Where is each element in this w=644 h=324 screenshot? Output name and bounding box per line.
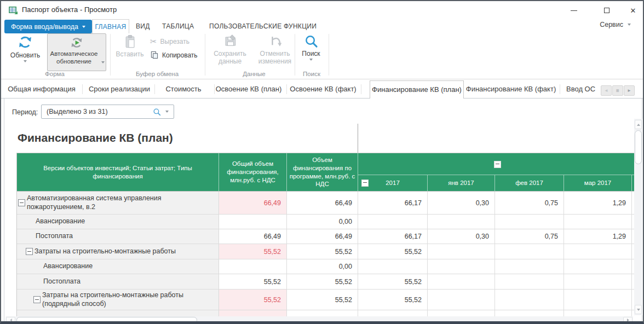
ribbon-tab-home[interactable]: ГЛАВНАЯ — [92, 19, 129, 33]
row-label-cell[interactable]: Постоплата — [17, 229, 219, 244]
data-cell[interactable] — [219, 215, 287, 229]
data-cell[interactable] — [564, 215, 632, 229]
vertical-scrollbar-thumb[interactable] — [635, 130, 642, 164]
data-cell[interactable]: 66,49 — [287, 229, 358, 244]
vertical-scrollbar[interactable] — [634, 119, 642, 315]
data-cell[interactable]: 66,49 — [219, 229, 287, 244]
data-cell[interactable] — [428, 274, 495, 290]
data-cell[interactable] — [287, 310, 358, 316]
scroll-right-button[interactable] — [623, 317, 633, 323]
data-cell[interactable] — [564, 310, 632, 316]
data-cell[interactable]: 55,52 — [219, 244, 287, 259]
collapse-year-icon[interactable] — [361, 180, 369, 187]
row-label-cell[interactable]: Авансирование — [17, 215, 219, 229]
data-cell[interactable] — [358, 259, 428, 274]
data-cell[interactable] — [219, 310, 287, 316]
data-cell[interactable] — [495, 244, 564, 259]
column-header-mar-2017[interactable]: мар 2017 — [564, 175, 632, 192]
column-header-program-volume[interactable]: Объем финансирования по программе, млн.р… — [287, 153, 358, 192]
data-cell[interactable]: 55,52 — [287, 244, 358, 259]
tab-kv-development-plan[interactable]: Освоение КВ (план) — [216, 80, 282, 98]
data-cell[interactable]: 55,52 — [358, 244, 428, 259]
refresh-button[interactable]: Обновить — [8, 34, 43, 62]
column-header-versions[interactable]: Версии объектов инвестиций; Статьи затра… — [17, 153, 219, 192]
row-label-cell[interactable]: Автоматизированная система управления по… — [17, 192, 219, 215]
data-cell[interactable] — [358, 215, 428, 229]
close-button[interactable]: ✕ — [625, 5, 641, 15]
row-label-cell[interactable]: Затраты на строительно-монтажные работы … — [17, 290, 219, 310]
scroll-left-button[interactable] — [6, 317, 15, 323]
column-header-total-volume[interactable]: Общий объем финансирования, млн.руб. с Н… — [219, 153, 287, 192]
ribbon-tab-custom-functions[interactable]: ПОЛЬЗОВАТЕЛЬСКИЕ ФУНКЦИИ — [209, 19, 317, 33]
data-cell[interactable] — [219, 259, 287, 274]
data-cell[interactable]: 55,52 — [287, 290, 358, 310]
search-button[interactable]: Поиск — [298, 34, 324, 61]
row-label-cell[interactable] — [17, 310, 219, 316]
data-cell[interactable]: 0,30 — [428, 229, 495, 244]
maximize-button[interactable] — [599, 5, 614, 15]
data-cell[interactable]: 55,52 — [358, 290, 428, 310]
collapse-row-icon[interactable] — [18, 199, 25, 206]
tab-kv-financing-fact[interactable]: Финансирование КВ (факт) — [466, 80, 556, 98]
data-cell[interactable]: 55,52 — [219, 274, 287, 290]
tab-cost[interactable]: Стоимость — [165, 80, 201, 98]
data-cell[interactable]: 0,75 — [495, 192, 564, 215]
data-cell[interactable] — [495, 215, 564, 229]
period-combobox[interactable]: (Выделено 3 из 31) — [41, 105, 174, 119]
chevron-down-icon[interactable] — [165, 111, 169, 113]
tab-os-input[interactable]: Ввод ОС — [566, 80, 597, 98]
data-cell[interactable] — [564, 244, 632, 259]
data-cell[interactable] — [564, 274, 632, 290]
search-icon[interactable] — [153, 108, 161, 116]
minimize-button[interactable] — [566, 5, 582, 15]
ribbon-tab-table[interactable]: ТАБЛИЦА — [162, 19, 194, 33]
tab-kv-development-fact[interactable]: Освоение КВ (факт) — [290, 80, 356, 98]
data-cell[interactable] — [428, 310, 495, 316]
data-cell[interactable] — [428, 259, 495, 274]
data-cell[interactable] — [564, 290, 632, 310]
row-label-cell[interactable]: Постоплата — [17, 274, 219, 290]
row-label-cell[interactable]: Затраты на строительно-монтажные работы — [17, 244, 219, 259]
column-header-2017[interactable]: 2017 — [358, 175, 428, 192]
tab-implementation-terms[interactable]: Сроки реализации — [89, 80, 150, 98]
horizontal-scrollbar[interactable] — [5, 316, 633, 324]
scroll-up-button[interactable] — [635, 120, 642, 129]
copy-button[interactable]: Копировать — [150, 50, 198, 60]
collapse-row-icon[interactable] — [33, 296, 41, 303]
service-menu[interactable]: Сервис — [600, 21, 631, 28]
tab-scroll-right-button[interactable]: ► — [624, 85, 635, 96]
scroll-down-button[interactable] — [635, 305, 642, 314]
ribbon-tab-view[interactable]: ВИД — [136, 19, 150, 33]
data-cell[interactable] — [495, 259, 564, 274]
column-header-period-group[interactable] — [358, 153, 634, 175]
data-cell[interactable] — [358, 310, 428, 316]
data-cell[interactable]: 66,17 — [358, 229, 428, 244]
column-header-feb-2017[interactable]: фев 2017 — [495, 175, 564, 192]
data-cell[interactable] — [428, 244, 495, 259]
app-menu-button[interactable]: Форма ввода/вывода — [4, 20, 92, 33]
data-cell[interactable] — [495, 274, 564, 290]
data-cell[interactable]: 1,29 — [564, 192, 632, 215]
data-cell[interactable]: 0,00 — [287, 215, 358, 229]
row-label-cell[interactable]: Авансирование — [17, 259, 219, 274]
data-cell[interactable] — [495, 310, 564, 316]
data-cell[interactable]: 66,17 — [358, 192, 428, 215]
data-cell[interactable]: 55,52 — [287, 274, 358, 290]
column-header-jan-2017[interactable]: янв 2017 — [428, 175, 495, 192]
data-cell[interactable]: 1,29 — [564, 229, 632, 244]
data-cell[interactable]: 55,52 — [358, 274, 428, 290]
tab-list-button[interactable]: ≡ — [612, 85, 623, 96]
collapse-row-icon[interactable] — [26, 248, 33, 255]
tab-general-info[interactable]: Общая информация — [8, 80, 76, 98]
data-cell[interactable]: 0,30 — [428, 192, 495, 215]
data-cell[interactable] — [564, 259, 632, 274]
data-cell[interactable]: 0,75 — [495, 229, 564, 244]
data-cell[interactable]: 0,00 — [287, 259, 358, 274]
tab-kv-financing-plan[interactable]: Финансирование КВ (план) — [370, 80, 464, 99]
data-cell[interactable]: 66,49 — [287, 192, 358, 215]
data-cell[interactable] — [428, 215, 495, 229]
data-cell[interactable]: 66,49 — [219, 192, 287, 215]
data-cell[interactable]: 55,52 — [219, 290, 287, 310]
data-cell[interactable] — [495, 290, 564, 310]
collapse-group-icon[interactable] — [494, 161, 501, 168]
